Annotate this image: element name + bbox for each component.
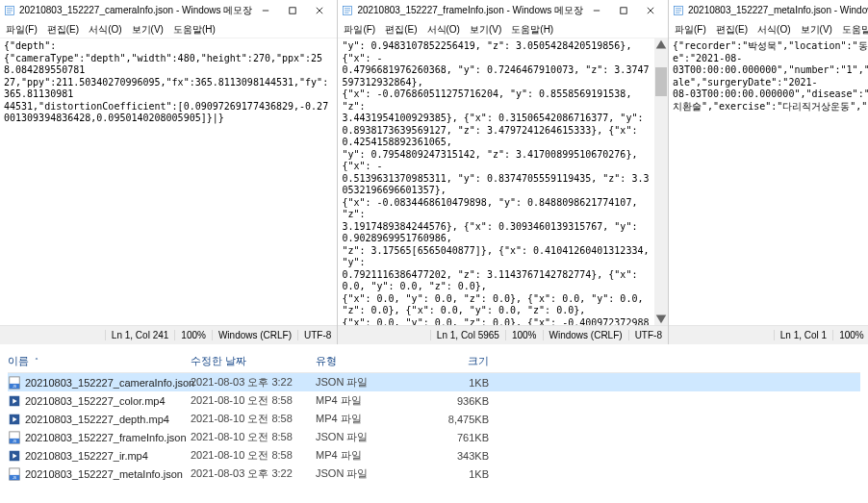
menu-view[interactable]: 보기(V) — [801, 23, 832, 37]
file-type: JSON 파일 — [316, 466, 421, 481]
notepad-row: 20210803_152227_cameraInfo.json - Window… — [0, 0, 868, 344]
menu-help[interactable]: 도움말(H) — [842, 23, 868, 37]
menu-view[interactable]: 보기(V) — [470, 23, 501, 37]
file-date: 2021-08-10 오전 8:58 — [191, 412, 316, 426]
window-title: 20210803_152227_frameInfo.json - Windows… — [357, 4, 583, 17]
file-row[interactable]: 20210803_152227_ir.mp42021-08-10 오전 8:58… — [8, 446, 860, 465]
menu-edit[interactable]: 편집(E) — [716, 23, 748, 37]
status-zoom: 100% — [174, 330, 212, 340]
status-pos: Ln 1, Col 1 — [774, 330, 832, 340]
header-date[interactable]: 수정한 날짜 — [191, 354, 316, 368]
close-button[interactable] — [637, 2, 664, 19]
menu-help[interactable]: 도움말(H) — [173, 23, 216, 37]
scroll-down-icon[interactable] — [654, 312, 668, 325]
file-name: 20210803_152227_cameraInfo.json — [25, 377, 194, 389]
status-eol: Windows (CRLF) — [212, 330, 297, 340]
file-size: 1KB — [421, 468, 489, 480]
json-file-icon: JS — [8, 467, 21, 481]
maximize-button[interactable] — [279, 2, 306, 19]
notepad-icon — [673, 5, 684, 16]
file-name: 20210803_152227_color.mp4 — [25, 395, 166, 407]
window-title: 20210803_152227_metaInfo.json - Windows … — [688, 4, 868, 17]
file-type: JSON 파일 — [316, 375, 421, 390]
menubar: 파일(F)편집(E)서식(O)보기(V)도움말(H) — [0, 21, 337, 38]
file-size: 8,475KB — [421, 414, 489, 425]
svg-text:JS: JS — [13, 440, 17, 443]
svg-marker-16 — [656, 40, 667, 49]
status-enc: UTF-8 — [628, 330, 668, 340]
file-date: 2021-08-03 오후 3:22 — [191, 375, 316, 390]
file-row[interactable]: JS20210803_152227_metaInfo.json2021-08-0… — [8, 465, 860, 483]
status-enc: UTF-8 — [297, 330, 337, 340]
close-button[interactable] — [306, 2, 333, 19]
scroll-thumb[interactable] — [655, 67, 667, 96]
menu-format[interactable]: 서식(O) — [427, 23, 460, 37]
titlebar[interactable]: 20210803_152227_metaInfo.json - Windows … — [669, 0, 868, 21]
titlebar[interactable]: 20210803_152227_cameraInfo.json - Window… — [0, 0, 337, 21]
file-type: MP4 파일 — [316, 412, 421, 426]
header-type[interactable]: 유형 — [316, 354, 421, 368]
notepad-icon — [4, 5, 15, 16]
menu-format[interactable]: 서식(O) — [757, 23, 790, 37]
file-date: 2021-08-10 오전 8:58 — [191, 430, 316, 444]
header-size[interactable]: 크기 — [421, 354, 489, 368]
file-name: 20210803_152227_depth.mp4 — [25, 414, 169, 425]
json-file-icon: JS — [8, 376, 21, 390]
notepad-window: 20210803_152227_cameraInfo.json - Window… — [0, 0, 338, 344]
text-content[interactable]: {"depth": {"cameraType":"depth","width":… — [0, 38, 337, 325]
status-zoom: 100% — [832, 330, 868, 340]
header-name-label: 이름 — [8, 354, 29, 368]
scroll-up-icon[interactable] — [654, 38, 668, 52]
menu-edit[interactable]: 편집(E) — [385, 23, 417, 37]
status-pos: Ln 1, Col 241 — [105, 330, 175, 340]
menu-file[interactable]: 파일(F) — [344, 23, 375, 37]
file-type: MP4 파일 — [316, 448, 421, 463]
file-type: JSON 파일 — [316, 430, 421, 444]
notepad-window: 20210803_152227_metaInfo.json - Windows … — [669, 0, 868, 344]
menu-file[interactable]: 파일(F) — [6, 23, 38, 37]
menubar: 파일(F)편집(E)서식(O)보기(V)도움말(H) — [669, 21, 868, 38]
menubar: 파일(F)편집(E)서식(O)보기(V)도움말(H) — [338, 21, 668, 38]
svg-rect-13 — [621, 8, 626, 13]
status-zoom: 100% — [505, 330, 543, 340]
notepad-icon — [342, 5, 353, 16]
file-row[interactable]: 20210803_152227_depth.mp42021-08-10 오전 8… — [8, 410, 860, 428]
menu-help[interactable]: 도움말(H) — [511, 23, 553, 37]
svg-rect-5 — [290, 8, 295, 13]
file-name: 20210803_152227_metaInfo.json — [25, 468, 183, 480]
file-row[interactable]: 20210803_152227_color.mp42021-08-10 오전 8… — [8, 391, 860, 410]
file-row[interactable]: JS20210803_152227_cameraInfo.json2021-08… — [8, 373, 860, 391]
explorer-header: 이름 ˄ 수정한 날짜 유형 크기 — [8, 350, 860, 373]
vertical-scrollbar[interactable] — [654, 38, 668, 325]
minimize-button[interactable] — [583, 2, 610, 19]
minimize-button[interactable] — [252, 2, 279, 19]
text-content[interactable]: "y": 0.9483107852256419, "z": 3.05054284… — [338, 38, 654, 325]
file-size: 1KB — [421, 377, 489, 389]
video-file-icon — [8, 449, 21, 463]
header-name[interactable]: 이름 ˄ — [8, 354, 191, 368]
file-size: 761KB — [421, 432, 489, 443]
file-type: MP4 파일 — [316, 393, 421, 408]
file-list: JS20210803_152227_cameraInfo.json2021-08… — [8, 373, 860, 483]
json-file-icon: JS — [8, 431, 21, 444]
menu-view[interactable]: 보기(V) — [132, 23, 164, 37]
status-pos: Ln 1, Col 5965 — [430, 330, 505, 340]
svg-marker-17 — [656, 315, 667, 324]
file-row[interactable]: JS20210803_152227_frameInfo.json2021-08-… — [8, 428, 860, 446]
file-date: 2021-08-10 오전 8:58 — [191, 448, 316, 463]
menu-edit[interactable]: 편집(E) — [47, 23, 79, 37]
titlebar[interactable]: 20210803_152227_frameInfo.json - Windows… — [338, 0, 668, 21]
notepad-window: 20210803_152227_frameInfo.json - Windows… — [338, 0, 669, 344]
menu-format[interactable]: 서식(O) — [89, 23, 121, 37]
file-explorer: 이름 ˄ 수정한 날짜 유형 크기 JS20210803_152227_came… — [0, 344, 868, 489]
status-eol: Windows (CRLF) — [543, 330, 628, 340]
video-file-icon — [8, 413, 21, 426]
file-date: 2021-08-10 오전 8:58 — [191, 393, 316, 408]
statusbar: Ln 1, Col 241100%Windows (CRLF)UTF-8 — [0, 325, 337, 344]
file-name: 20210803_152227_frameInfo.json — [25, 432, 187, 443]
statusbar: Ln 1, Col 1100%Windows (CRLF)UTF-8 — [669, 325, 868, 344]
text-content[interactable]: {"recorder":"박성묵","location":"동산병원","rec… — [669, 38, 868, 325]
menu-file[interactable]: 파일(F) — [675, 23, 706, 37]
statusbar: Ln 1, Col 5965100%Windows (CRLF)UTF-8 — [338, 325, 668, 344]
maximize-button[interactable] — [610, 2, 637, 19]
